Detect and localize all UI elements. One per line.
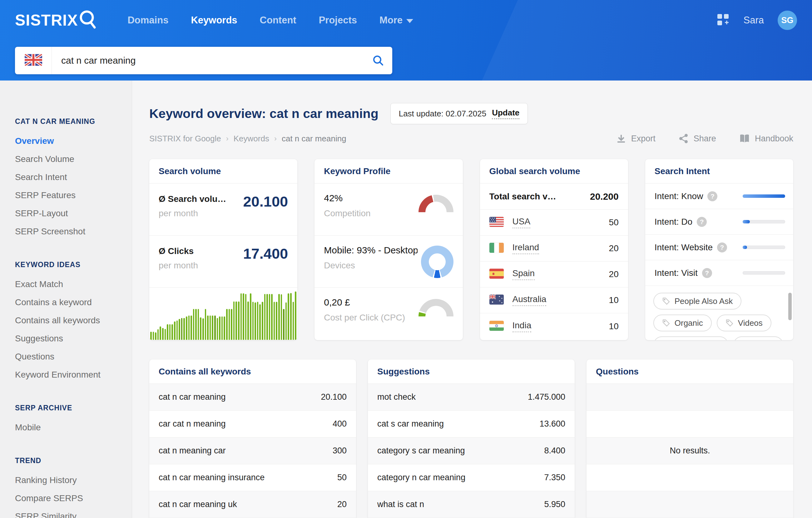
export-button[interactable]: Export — [616, 133, 656, 144]
keyword-link[interactable]: cat n car meaning — [158, 392, 226, 402]
chart-bar — [188, 315, 190, 340]
keyword-search-bar — [0, 40, 812, 81]
country-row-india: India 10 — [480, 313, 628, 339]
table-row-empty — [586, 464, 793, 491]
username[interactable]: Sara — [744, 15, 764, 26]
tag-pill-clipped[interactable] — [654, 336, 728, 340]
tag-icon — [662, 297, 670, 305]
nav-more[interactable]: More — [379, 15, 413, 26]
sidebar-item-serp-screenshot[interactable]: SERP Screenshot — [15, 222, 125, 241]
table-row-empty — [586, 491, 793, 518]
country-name-australia[interactable]: Australia — [513, 294, 547, 306]
nav-domains[interactable]: Domains — [127, 15, 168, 26]
intent-visit-progress — [743, 271, 785, 275]
devices-row: Mobile: 93% - Desktop… Devices — [315, 236, 463, 288]
chart-bar — [179, 319, 180, 340]
keyword-link[interactable]: cat n meaning car — [158, 446, 226, 456]
chart-bar — [257, 302, 259, 340]
sidebar-section-serp-archive: SERP ARCHIVE — [15, 404, 125, 412]
tag-pill-clipped[interactable] — [733, 336, 783, 340]
sidebar-item-search-volume[interactable]: Search Volume — [15, 150, 125, 168]
update-button[interactable]: Update — [492, 108, 519, 119]
handbook-button[interactable]: Handbook — [739, 134, 793, 144]
sidebar-item-contains-all-keywords[interactable]: Contains all keywords — [15, 311, 125, 330]
country-name-spain[interactable]: Spain — [513, 268, 535, 280]
keyword-link[interactable]: what is cat n — [377, 499, 424, 509]
chart-bar — [202, 318, 204, 340]
sidebar-item-serp-similarity[interactable]: SERP Similarity — [15, 508, 125, 518]
flag-spain-icon — [489, 269, 504, 280]
sistrix-logo[interactable]: SISTRIX — [15, 9, 98, 31]
sidebar-item-keyword-environment[interactable]: Keyword Environment — [15, 366, 125, 384]
keyword-link[interactable]: cat s car meaning — [377, 419, 444, 429]
sidebar-item-questions[interactable]: Questions — [15, 347, 125, 366]
total-search-volume-label: Total search v… — [489, 192, 556, 202]
chart-bar — [273, 302, 275, 340]
chart-bar — [209, 315, 211, 340]
card-title-search-volume: Search volume — [149, 159, 297, 183]
chart-bar — [174, 322, 175, 340]
nav-content[interactable]: Content — [260, 15, 296, 26]
keyword-link[interactable]: cat n car meaning uk — [158, 499, 237, 509]
sidebar-item-serp-features[interactable]: SERP Features — [15, 186, 125, 204]
avg-search-volume-label: Ø Search volu… — [158, 194, 226, 204]
sidebar-item-serp-layout[interactable]: SERP-Layout — [15, 204, 125, 222]
help-icon[interactable]: ? — [702, 268, 712, 278]
row-value: 7.350 — [544, 473, 565, 482]
help-icon[interactable]: ? — [707, 191, 717, 201]
sidebar-item-ranking-history[interactable]: Ranking History — [15, 471, 125, 489]
help-icon[interactable]: ? — [717, 242, 727, 252]
keyword-profile-card: Keyword Profile 42% Competition Mobile: … — [315, 159, 463, 340]
keyword-link[interactable]: cat n car meaning insurance — [158, 473, 264, 482]
help-icon[interactable]: ? — [697, 217, 707, 227]
chart-bar — [264, 294, 266, 340]
tag-people-also-ask[interactable]: People Also Ask — [654, 293, 742, 309]
card-scrollbar-thumb[interactable] — [788, 293, 792, 320]
page-actions: Export Share Handbook — [616, 133, 793, 144]
sidebar-item-contains-a-keyword[interactable]: Contains a keyword — [15, 293, 125, 311]
breadcrumb-keywords[interactable]: Keywords — [234, 134, 269, 144]
country-name-usa[interactable]: USA — [513, 217, 531, 228]
keyword-link[interactable]: category s car meaning — [377, 446, 465, 456]
chart-bar — [169, 324, 171, 340]
search-submit-button[interactable] — [364, 47, 392, 74]
avatar[interactable]: SG — [778, 10, 797, 30]
sidebar-item-mobile[interactable]: Mobile — [15, 419, 125, 436]
sidebar-item-overview[interactable]: Overview — [15, 132, 125, 150]
sidebar-item-exact-match[interactable]: Exact Match — [15, 275, 125, 293]
tag-organic[interactable]: Organic — [654, 314, 712, 331]
nav-keywords[interactable]: Keywords — [191, 15, 237, 26]
sidebar-item-compare-serps[interactable]: Compare SERPS — [15, 489, 125, 508]
nav-projects[interactable]: Projects — [319, 15, 357, 26]
country-name-india[interactable]: India — [513, 321, 531, 332]
sidebar-item-suggestions[interactable]: Suggestions — [15, 330, 125, 347]
sidebar-item-search-intent[interactable]: Search Intent — [15, 168, 125, 186]
card-title-global-search-volume: Global search volume — [480, 159, 628, 183]
row-value: 400 — [332, 419, 347, 429]
country-selector[interactable] — [15, 47, 52, 74]
keyword-link[interactable]: mot check — [377, 392, 416, 402]
country-value-india: 10 — [609, 322, 619, 331]
search-input[interactable] — [52, 55, 364, 66]
chart-bar — [283, 309, 285, 340]
search-volume-card: Search volume Ø Search volu… per month 2… — [149, 159, 297, 340]
country-name-ireland[interactable]: Ireland — [513, 242, 539, 254]
card-title-contains-all-keywords: Contains all keywords — [149, 360, 356, 384]
breadcrumb-sistrix-for-google[interactable]: SISTRIX for Google — [149, 134, 221, 144]
chart-bar — [245, 294, 247, 340]
chart-bar — [214, 315, 216, 340]
chart-bar — [271, 294, 273, 340]
keyword-link[interactable]: category n car meaning — [377, 473, 465, 482]
tag-videos[interactable]: Videos — [717, 314, 772, 331]
apps-grid-icon[interactable] — [716, 13, 730, 28]
chart-bar — [269, 294, 270, 340]
uk-flag-icon — [25, 54, 42, 67]
sidebar-section-keyword-ideas: KEYWORD IDEAS — [15, 261, 125, 269]
keyword-link[interactable]: car cat n meaning — [158, 419, 226, 429]
cpc-value: 0,20 £ — [324, 297, 405, 308]
chart-bar — [183, 318, 185, 340]
table-row: cat n car meaning20.100 — [149, 384, 356, 410]
card-title-search-intent: Search Intent — [645, 159, 793, 183]
share-button[interactable]: Share — [679, 133, 716, 144]
no-results-row: No results. — [586, 437, 793, 464]
